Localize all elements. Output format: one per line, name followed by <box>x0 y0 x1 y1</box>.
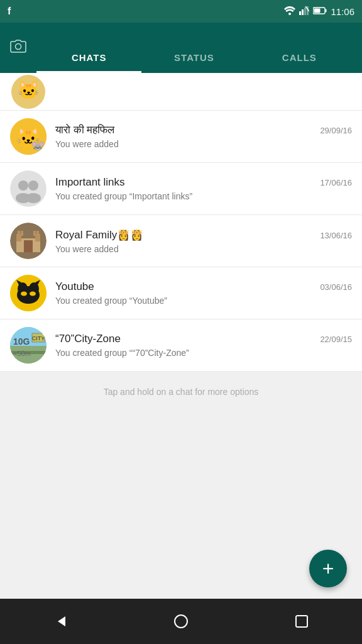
chat-item-important-links[interactable]: Important links 17/06/16 You created gro… <box>0 163 362 215</box>
svg-point-9 <box>16 44 21 50</box>
svg-rect-26 <box>21 231 23 236</box>
svg-rect-3 <box>304 8 306 15</box>
tab-chats[interactable]: CHATS <box>36 52 141 73</box>
chat-info-yaro: यारो की महफिल 29/09/16 You were added <box>55 124 352 149</box>
svg-rect-1 <box>299 11 301 15</box>
chat-info-city-zone: “70”City-Zone 22/09/15 You created group… <box>55 333 352 358</box>
svg-point-19 <box>26 193 41 203</box>
chat-info-royal-family: Royal Family👸👸 13/06/16 You were added <box>55 228 352 254</box>
svg-text:🐱: 🐱 <box>18 80 40 101</box>
svg-rect-27 <box>36 231 39 236</box>
tab-status[interactable]: STATUS <box>141 52 246 73</box>
svg-text:<50m: <50m <box>13 350 31 357</box>
facebook-icon: f <box>8 6 11 17</box>
chat-info-important-links: Important links 17/06/16 You created gro… <box>55 176 352 201</box>
chat-date-youtube: 03/06/16 <box>320 282 352 292</box>
bottom-nav <box>0 599 362 644</box>
chat-header-youtube: Youtube 03/06/16 <box>55 280 352 293</box>
battery-icon <box>313 6 327 16</box>
svg-marker-45 <box>58 616 65 626</box>
svg-point-34 <box>30 292 36 296</box>
clock: 11:06 <box>331 6 354 17</box>
chat-name-royal-family: Royal Family👸👸 <box>55 228 143 242</box>
chat-name-youtube: Youtube <box>55 280 94 293</box>
svg-text:10G: 10G <box>13 336 30 347</box>
chat-item-youtube[interactable]: Youtube 03/06/16 You created group “Yout… <box>0 267 362 319</box>
avatar-city-zone: 10G <50m CITY <box>10 327 47 364</box>
wifi-icon <box>284 6 295 17</box>
chat-name-city-zone: “70”City-Zone <box>55 333 121 345</box>
nav-tabs: CHATS STATUS CALLS <box>36 23 352 73</box>
svg-rect-8 <box>314 9 321 13</box>
svg-text:🐭: 🐭 <box>31 139 45 153</box>
status-bar: f 11:06 <box>0 0 362 23</box>
avatar-important-links <box>10 170 47 207</box>
chat-info-youtube: Youtube 03/06/16 You created group “Yout… <box>55 280 352 306</box>
chat-date-royal-family: 13/06/16 <box>320 231 352 240</box>
svg-rect-47 <box>296 616 307 627</box>
footer-hint: Tap and hold on a chat for more options <box>0 372 362 412</box>
avatar-yaro: 🐱 🐭 <box>10 118 47 155</box>
chat-header-city-zone: “70”City-Zone 22/09/15 <box>55 333 352 345</box>
status-bar-left: f <box>8 6 11 17</box>
tab-calls[interactable]: CALLS <box>247 52 352 73</box>
chat-item-yaro[interactable]: 🐱 🐭 यारो की महफिल 29/09/16 You were adde… <box>0 111 362 163</box>
chat-date-city-zone: 22/09/15 <box>320 335 352 344</box>
chat-name-yaro: यारो की महफिल <box>55 124 114 136</box>
new-chat-fab[interactable]: + <box>309 550 347 587</box>
svg-point-16 <box>18 180 28 191</box>
svg-rect-28 <box>33 231 36 236</box>
svg-rect-2 <box>302 9 304 15</box>
chat-name-important-links: Important links <box>55 176 125 189</box>
chat-header-important-links: Important links 17/06/16 <box>55 176 352 189</box>
main-content: 🐱 🐱 🐭 यारो की महफिल 29/09/16 You were ad… <box>0 73 362 599</box>
svg-point-0 <box>288 13 291 15</box>
partial-chat-item[interactable]: 🐱 <box>0 73 362 111</box>
recent-apps-button[interactable] <box>283 602 321 640</box>
svg-rect-7 <box>326 9 327 13</box>
svg-point-46 <box>175 615 187 628</box>
avatar-royal-family <box>10 223 47 259</box>
back-button[interactable] <box>41 602 79 640</box>
top-nav: CHATS STATUS CALLS <box>0 23 362 73</box>
chat-preview-important-links: You created group “Important links” <box>55 191 352 201</box>
avatar-youtube <box>10 275 47 311</box>
chat-preview-royal-family: You were added <box>55 244 352 254</box>
chat-list: 🐱 🐱 🐭 यारो की महफिल 29/09/16 You were ad… <box>0 73 362 372</box>
chat-item-royal-family[interactable]: Royal Family👸👸 13/06/16 You were added <box>0 215 362 267</box>
camera-icon[interactable] <box>10 39 26 57</box>
chat-preview-youtube: You created group “Youtube” <box>55 296 352 306</box>
home-button[interactable] <box>162 602 200 640</box>
svg-rect-25 <box>18 231 20 236</box>
chat-item-city-zone[interactable]: 10G <50m CITY “70”City-Zone 22/09/15 You… <box>0 319 362 372</box>
chat-preview-yaro: You were added <box>55 139 352 149</box>
svg-point-17 <box>28 180 38 191</box>
svg-text:CITY: CITY <box>32 335 45 341</box>
signal-icon <box>299 6 309 17</box>
chat-date-important-links: 17/06/16 <box>320 178 352 187</box>
chat-header-yaro: यारो की महफिल 29/09/16 <box>55 124 352 136</box>
partial-avatar: 🐱 <box>10 74 47 110</box>
chat-date-yaro: 29/09/16 <box>320 126 352 135</box>
status-bar-right: 11:06 <box>284 6 354 17</box>
svg-point-33 <box>21 292 27 296</box>
chat-header-royal-family: Royal Family👸👸 13/06/16 <box>55 228 352 242</box>
plus-icon: + <box>322 558 334 579</box>
chat-preview-city-zone: You created group ““70”City-Zone” <box>55 348 352 358</box>
svg-rect-24 <box>24 240 33 252</box>
